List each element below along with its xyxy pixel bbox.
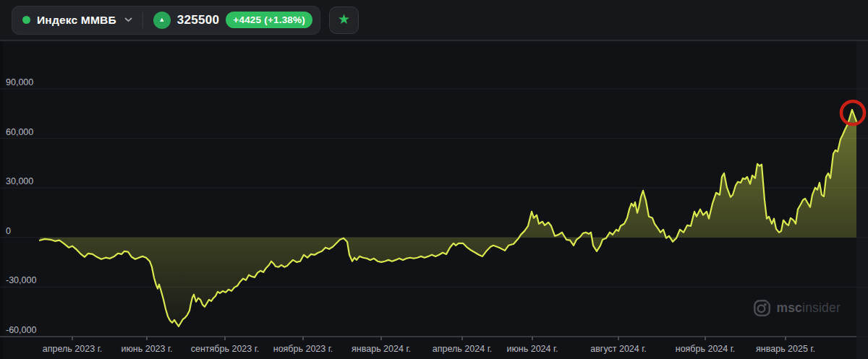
star-icon: ★ [338, 12, 350, 26]
chevron-down-icon [124, 17, 132, 22]
x-axis-label: январь 2024 г. [352, 344, 411, 354]
y-axis-label: 30,000 [6, 176, 33, 186]
x-axis-label: июнь 2023 г. [121, 344, 172, 354]
x-axis-label: сентябрь 2023 г. [191, 344, 259, 354]
y-axis-label: -60,000 [6, 325, 36, 335]
price-chart: 90,00060,00030,0000-30,000-60,000апрель … [0, 41, 868, 359]
mscinsider-logo-icon [753, 299, 771, 317]
watermark: mscinsider [753, 299, 841, 317]
status-dot-icon [22, 16, 30, 24]
x-axis-label: апрель 2023 г. [43, 344, 102, 354]
x-axis-label: январь 2025 г. [756, 344, 815, 354]
watermark-text-light: insider [802, 300, 841, 315]
chart-area[interactable]: 90,00060,00030,0000-30,000-60,000апрель … [0, 41, 868, 359]
change-badge: +4425 (+1.38%) [226, 12, 312, 28]
instrument-pill: Индекс ММВБ ▲ 325500 +4425 (+1.38%) [12, 6, 320, 35]
trading-app: Индекс ММВБ ▲ 325500 +4425 (+1.38%) ★ 90… [0, 0, 868, 359]
x-axis-label: ноябрь 2023 г. [273, 344, 333, 354]
y-axis-label: 60,000 [6, 127, 33, 137]
up-arrow-icon: ▲ [153, 12, 171, 29]
y-axis-label: 0 [6, 226, 11, 236]
watermark-text-bold: msc [776, 300, 802, 315]
symbol-selector[interactable]: Индекс ММВБ [22, 14, 132, 27]
y-axis-label: -30,000 [6, 275, 36, 285]
quote-group: ▲ 325500 +4425 (+1.38%) [153, 12, 312, 29]
last-value: 325500 [177, 13, 220, 27]
divider [142, 12, 143, 28]
x-axis-label: июнь 2024 г. [506, 344, 558, 354]
favorite-button[interactable]: ★ [329, 7, 359, 34]
y-axis-label: 90,000 [6, 77, 33, 87]
symbol-name: Индекс ММВБ [37, 14, 116, 27]
x-axis-label: ноябрь 2024 г. [676, 344, 736, 354]
x-axis-label: апрель 2024 г. [433, 344, 492, 354]
x-axis-label: август 2024 г. [590, 344, 647, 354]
toolbar: Индекс ММВБ ▲ 325500 +4425 (+1.38%) ★ [0, 0, 868, 41]
